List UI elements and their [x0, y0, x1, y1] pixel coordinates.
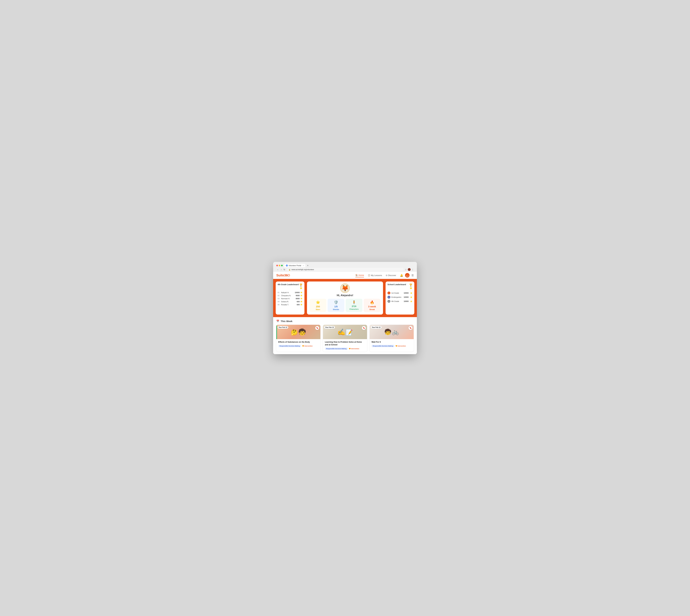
lb-star-5: ⭐ [300, 304, 303, 306]
nav-discover[interactable]: ◎ Discover [386, 273, 396, 277]
discover-icon: ◎ [386, 274, 387, 277]
card-image-content: 🤔 🧒 [291, 328, 306, 336]
intervention-label-1: Intervention [304, 345, 313, 347]
mascot-button[interactable]: 🦊 [405, 273, 410, 278]
lesson-card-1-image: 🤔 🧒 Due Feb 12 🔖 [276, 325, 320, 339]
school-lb-title: School Leaderboard [387, 283, 406, 286]
browser-tab[interactable]: G Volunteer Portal × [284, 264, 305, 267]
back-button[interactable]: ← [276, 268, 279, 271]
lb-row-3: 03 Normani H. 8000 ⭐ [278, 297, 303, 300]
lesson-card-2[interactable]: ✍️ 📝 Due Feb 12 🔖 Learning How to Proble… [323, 325, 367, 352]
tag-intervention-3: 🧡 Intervention [395, 345, 406, 347]
nav-buttons: ← → ↻ [276, 268, 286, 271]
boy-icon: 🧒 [384, 329, 391, 335]
bookmark-button-1[interactable]: 🔖 [315, 326, 319, 330]
forward-button[interactable]: → [280, 268, 283, 271]
browser-menu-button[interactable]: ⋮ [412, 268, 414, 271]
lb-name-3: Normani H. [281, 298, 296, 300]
streak-stat: 🔥 3 week Streak [364, 299, 381, 312]
bookmark-star-button[interactable]: ☆ [405, 268, 407, 271]
lb-rank-2: 02 [278, 294, 280, 296]
school-lb-score-2: 10000 [404, 296, 409, 298]
school-lb-star-1: ⭐ [410, 292, 412, 294]
lb-name-4: Solana R. [281, 301, 297, 303]
mascot-avatar-image: 🦊 [340, 283, 350, 293]
top-nav: Suite36 🏠 Home 📋 My Lessons ◎ Discover 🔔 [273, 272, 417, 279]
due-badge-3: Due Feb 12 [371, 326, 382, 329]
this-week-section: 📅 This Week 🤔 🧒 Due Feb 12 🔖 [273, 317, 417, 354]
menu-button[interactable]: ☰ [411, 274, 414, 277]
trophy-icon: 🏆 [299, 283, 303, 286]
characters-icon: 🧍 [352, 300, 356, 304]
bookmark-button-2[interactable]: 🔖 [362, 326, 366, 330]
school-rank-3: 3 [387, 300, 390, 303]
nav-home[interactable]: 🏠 Home [355, 273, 364, 277]
lb-rank-1: 01 [278, 291, 280, 293]
streak-icon: 🔥 [370, 300, 374, 305]
bike-icon: 🚲 [392, 329, 399, 335]
lesson-tags-1: Responsible Decision-Making 🧡 Interventi… [278, 345, 319, 347]
card-2-image-content: ✍️ 📝 [337, 328, 353, 336]
lesson-title-3: Wait For It [371, 341, 412, 344]
grade-lb-rows: 01 Aaliyah H. 10000 ⭐ 02 Cleopatra N. 95… [278, 291, 303, 306]
grade-lb-trophy: 🏆 ⭐ [299, 283, 303, 289]
school-lb-name-1: 1st Grade [391, 292, 403, 294]
grade-lb-title: 4th Grade Leaderboard [278, 283, 299, 286]
school-rank-2: 2 [387, 296, 390, 299]
minimize-button[interactable] [279, 265, 280, 266]
school-lb-name-3: 4th Grade [391, 300, 403, 302]
child-figure-icon: 🤔 [291, 329, 298, 336]
greeting-text: Hi, Alejandro! [337, 294, 353, 297]
lesson-card-1[interactable]: 🤔 🧒 Due Feb 12 🔖 Effects of Substances o… [276, 325, 320, 352]
lb-rank-3: 03 [278, 298, 280, 300]
lb-rank-5: 05 [278, 304, 280, 306]
due-badge-1: Due Feb 12 [278, 326, 288, 329]
tab-close-btn[interactable]: × [303, 265, 304, 266]
grade-leaderboard-card: 4th Grade Leaderboard 🏆 ⭐ 01 Aaliyah H. … [276, 282, 304, 314]
school-rank-1: 1 [387, 291, 390, 294]
lesson-title-1: Effects of Substances on the Body [278, 341, 319, 344]
characters-label: Characters [349, 308, 359, 310]
address-input[interactable]: 🔒 www.acmehigh.org/volunteer [287, 268, 404, 271]
lessons-icon: 📋 [368, 274, 370, 277]
heart-icon-3: 🧡 [395, 345, 397, 347]
section-title: This Week [281, 320, 293, 323]
lesson-card-3[interactable]: 🧒 🚲 Due Feb 12 🔖 Wait For It Responsible… [370, 325, 414, 352]
close-button[interactable] [276, 265, 278, 266]
streak-label: Streak [369, 308, 375, 310]
school-lb-star-3: ⭐ [410, 300, 412, 302]
lesson-card-2-image: ✍️ 📝 Due Feb 12 🔖 [323, 325, 367, 339]
new-tab-button[interactable]: + [306, 264, 309, 267]
school-trophy-icon: 🏆 [409, 283, 412, 286]
secure-lock-icon: 🔒 [288, 269, 290, 270]
user-profile-icon[interactable] [408, 268, 411, 271]
due-badge-2: Due Feb 12 [324, 326, 335, 329]
school-lb-rows: 1 1st Grade 10000 ⭐ 2 Kindergarten 10000… [387, 291, 412, 303]
tab-title: Volunteer Portal [288, 265, 301, 266]
lb-star-4: ⭐ [300, 301, 303, 303]
bell-button[interactable]: 🔔 [400, 274, 403, 277]
shields-stat: 🛡️ 1/5 Shields [328, 299, 344, 312]
lb-name-5: Rosalia T. [281, 304, 297, 306]
browser-chrome: G Volunteer Portal × + ← → ↻ 🔒 www.acmeh… [273, 262, 417, 272]
nav-my-lessons[interactable]: 📋 My Lessons [368, 273, 382, 277]
mascot-avatar: 🦊 [340, 283, 350, 293]
maximize-button[interactable] [281, 265, 283, 266]
card-3-image-content: 🧒 🚲 [384, 329, 399, 335]
home-icon: 🏠 [355, 274, 358, 276]
lb-score-5: 600 [297, 304, 300, 306]
shields-value: 1/5 [334, 305, 338, 308]
lb-star-2: ⭐ [300, 294, 303, 296]
lb-name-1: Aaliyah H. [281, 291, 295, 293]
tag-decision-making-3: Responsible Decision-Making [371, 345, 394, 347]
school-lb-row-3: 3 4th Grade 10000 ⭐ [387, 299, 412, 303]
refresh-button[interactable]: ↻ [283, 268, 286, 271]
tag-decision-making-2: Responsible Decision-Making [325, 348, 348, 350]
stars-stat: ⭐ 250 Stars [309, 299, 326, 312]
lb-row-4: 04 Solana R. 600 ⭐ [278, 300, 303, 303]
grade-lb-header: 4th Grade Leaderboard 🏆 ⭐ [278, 283, 303, 289]
school-leaderboard-card: School Leaderboard 🏆 ⭐ 1 1st Grade 10000… [386, 282, 414, 314]
tab-favicon: G [286, 265, 288, 266]
lb-rank-4: 04 [278, 301, 280, 303]
bookmark-button-3[interactable]: 🔖 [409, 326, 412, 330]
